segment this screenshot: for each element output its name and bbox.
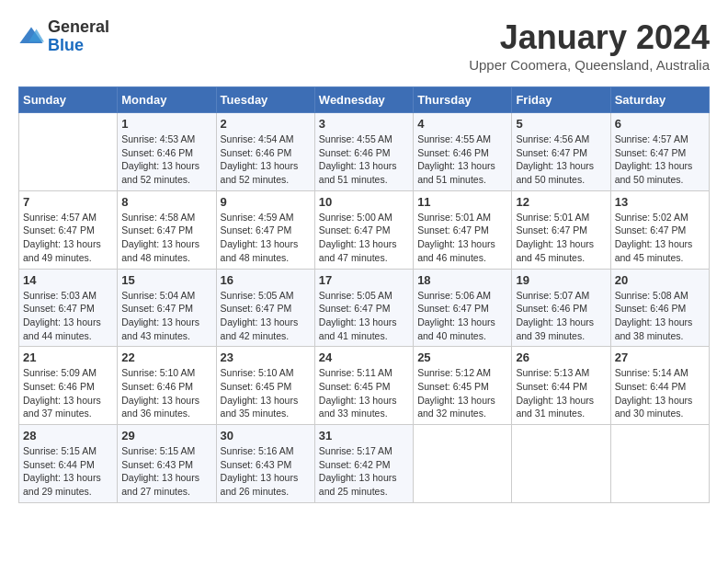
day-info: Sunrise: 5:05 AM Sunset: 6:47 PM Dayligh… [319,289,409,343]
weekday-header-wednesday: Wednesday [314,87,413,113]
calendar-cell [414,425,512,503]
week-row-3: 14Sunrise: 5:03 AM Sunset: 6:47 PM Dayli… [19,269,710,347]
calendar-cell: 30Sunrise: 5:16 AM Sunset: 6:43 PM Dayli… [216,425,314,503]
day-number: 24 [319,350,409,364]
calendar-cell [610,425,709,503]
calendar-cell: 11Sunrise: 5:01 AM Sunset: 6:47 PM Dayli… [414,190,512,269]
calendar-cell: 8Sunrise: 4:58 AM Sunset: 6:47 PM Daylig… [118,190,216,269]
calendar-cell: 1Sunrise: 4:53 AM Sunset: 6:46 PM Daylig… [118,113,216,191]
day-info: Sunrise: 4:56 AM Sunset: 6:47 PM Dayligh… [516,132,606,187]
calendar-cell: 26Sunrise: 5:13 AM Sunset: 6:44 PM Dayli… [512,347,610,425]
day-info: Sunrise: 4:55 AM Sunset: 6:46 PM Dayligh… [417,132,507,187]
day-info: Sunrise: 5:12 AM Sunset: 6:45 PM Dayligh… [417,366,507,420]
day-info: Sunrise: 5:07 AM Sunset: 6:46 PM Dayligh… [516,289,606,343]
calendar-cell [512,425,610,503]
week-row-1: 1Sunrise: 4:53 AM Sunset: 6:46 PM Daylig… [19,113,710,191]
calendar-cell: 13Sunrise: 5:02 AM Sunset: 6:47 PM Dayli… [610,190,709,269]
calendar-cell: 6Sunrise: 4:57 AM Sunset: 6:47 PM Daylig… [610,113,709,191]
calendar-cell [19,113,118,191]
weekday-header-tuesday: Tuesday [216,87,314,113]
location-subtitle: Upper Coomera, Queensland, Australia [469,57,710,73]
day-info: Sunrise: 5:06 AM Sunset: 6:47 PM Dayligh… [417,289,507,343]
weekday-header-saturday: Saturday [610,87,709,113]
calendar-cell: 17Sunrise: 5:05 AM Sunset: 6:47 PM Dayli… [314,269,413,347]
day-number: 23 [221,350,311,364]
calendar-cell: 16Sunrise: 5:05 AM Sunset: 6:47 PM Dayli… [216,269,314,347]
day-info: Sunrise: 5:15 AM Sunset: 6:44 PM Dayligh… [23,444,113,499]
day-info: Sunrise: 5:04 AM Sunset: 6:47 PM Dayligh… [121,289,211,343]
day-number: 14 [23,273,113,287]
day-info: Sunrise: 5:15 AM Sunset: 6:43 PM Dayligh… [121,444,211,499]
day-number: 2 [221,117,311,131]
day-info: Sunrise: 5:02 AM Sunset: 6:47 PM Dayligh… [615,211,705,265]
calendar-cell: 14Sunrise: 5:03 AM Sunset: 6:47 PM Dayli… [19,269,118,347]
day-info: Sunrise: 5:09 AM Sunset: 6:46 PM Dayligh… [23,366,113,420]
day-info: Sunrise: 5:01 AM Sunset: 6:47 PM Dayligh… [516,211,606,265]
week-row-5: 28Sunrise: 5:15 AM Sunset: 6:44 PM Dayli… [19,425,710,503]
weekday-header-thursday: Thursday [414,87,512,113]
weekday-header-monday: Monday [118,87,216,113]
calendar-cell: 25Sunrise: 5:12 AM Sunset: 6:45 PM Dayli… [414,347,512,425]
day-info: Sunrise: 4:59 AM Sunset: 6:47 PM Dayligh… [221,211,311,265]
day-number: 21 [23,350,113,364]
calendar-cell: 3Sunrise: 4:55 AM Sunset: 6:46 PM Daylig… [314,113,413,191]
day-info: Sunrise: 5:08 AM Sunset: 6:46 PM Dayligh… [615,289,705,343]
day-number: 6 [615,117,705,131]
calendar-cell: 4Sunrise: 4:55 AM Sunset: 6:46 PM Daylig… [414,113,512,191]
day-number: 13 [615,195,705,209]
day-info: Sunrise: 5:14 AM Sunset: 6:44 PM Dayligh… [615,366,705,420]
week-row-4: 21Sunrise: 5:09 AM Sunset: 6:46 PM Dayli… [19,347,710,425]
day-number: 20 [615,273,705,287]
day-number: 11 [417,195,507,209]
day-number: 10 [319,195,409,209]
day-info: Sunrise: 5:05 AM Sunset: 6:47 PM Dayligh… [221,289,311,343]
calendar-cell: 20Sunrise: 5:08 AM Sunset: 6:46 PM Dayli… [610,269,709,347]
calendar-cell: 22Sunrise: 5:10 AM Sunset: 6:46 PM Dayli… [118,347,216,425]
calendar-cell: 24Sunrise: 5:11 AM Sunset: 6:45 PM Dayli… [314,347,413,425]
logo-icon [18,24,44,50]
day-number: 22 [121,350,211,364]
day-info: Sunrise: 5:03 AM Sunset: 6:47 PM Dayligh… [23,289,113,343]
calendar-cell: 12Sunrise: 5:01 AM Sunset: 6:47 PM Dayli… [512,190,610,269]
day-number: 1 [121,117,211,131]
day-info: Sunrise: 5:16 AM Sunset: 6:43 PM Dayligh… [221,444,311,499]
day-info: Sunrise: 4:58 AM Sunset: 6:47 PM Dayligh… [121,211,211,265]
day-info: Sunrise: 4:54 AM Sunset: 6:46 PM Dayligh… [221,132,311,187]
calendar-cell: 23Sunrise: 5:10 AM Sunset: 6:45 PM Dayli… [216,347,314,425]
day-number: 19 [516,273,606,287]
day-number: 12 [516,195,606,209]
logo-general: General [48,17,109,36]
weekday-header-sunday: Sunday [19,87,118,113]
day-info: Sunrise: 5:10 AM Sunset: 6:45 PM Dayligh… [221,366,311,420]
day-number: 29 [121,429,211,442]
calendar-cell: 19Sunrise: 5:07 AM Sunset: 6:46 PM Dayli… [512,269,610,347]
day-number: 30 [221,429,311,442]
day-number: 31 [319,429,409,442]
calendar-cell: 10Sunrise: 5:00 AM Sunset: 6:47 PM Dayli… [314,190,413,269]
day-number: 26 [516,350,606,364]
day-number: 8 [121,195,211,209]
day-number: 17 [319,273,409,287]
day-number: 3 [319,117,409,131]
calendar-cell: 29Sunrise: 5:15 AM Sunset: 6:43 PM Dayli… [118,425,216,503]
day-number: 27 [615,350,705,364]
calendar-header-row: SundayMondayTuesdayWednesdayThursdayFrid… [19,87,710,113]
day-info: Sunrise: 4:55 AM Sunset: 6:46 PM Dayligh… [319,132,409,187]
logo-blue: Blue [48,36,84,54]
day-number: 9 [221,195,311,209]
day-info: Sunrise: 5:00 AM Sunset: 6:47 PM Dayligh… [319,211,409,265]
day-info: Sunrise: 4:57 AM Sunset: 6:47 PM Dayligh… [615,132,705,187]
title-block: January 2024 Upper Coomera, Queensland, … [469,18,710,73]
day-number: 4 [417,117,507,131]
calendar-body: 1Sunrise: 4:53 AM Sunset: 6:46 PM Daylig… [19,113,710,503]
calendar-cell: 15Sunrise: 5:04 AM Sunset: 6:47 PM Dayli… [118,269,216,347]
day-number: 5 [516,117,606,131]
day-number: 16 [221,273,311,287]
day-number: 18 [417,273,507,287]
calendar-cell: 21Sunrise: 5:09 AM Sunset: 6:46 PM Dayli… [19,347,118,425]
day-info: Sunrise: 4:57 AM Sunset: 6:47 PM Dayligh… [23,211,113,265]
calendar-cell: 7Sunrise: 4:57 AM Sunset: 6:47 PM Daylig… [19,190,118,269]
day-number: 7 [23,195,113,209]
day-number: 15 [121,273,211,287]
day-number: 28 [23,429,113,442]
